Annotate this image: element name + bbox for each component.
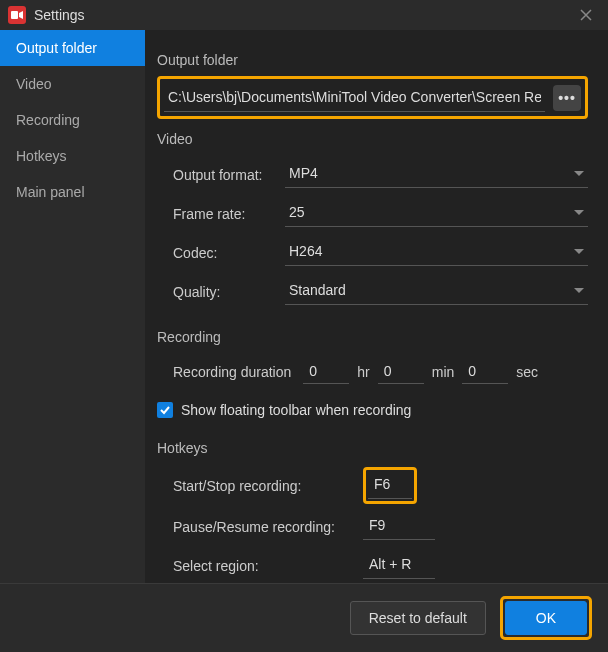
output-format-select[interactable]: MP4 (285, 161, 588, 188)
close-button[interactable] (572, 1, 600, 29)
quality-value: Standard (289, 282, 346, 298)
output-folder-input[interactable] (164, 83, 545, 112)
close-icon (580, 9, 592, 21)
sidebar-item-recording[interactable]: Recording (0, 102, 145, 138)
video-heading: Video (157, 131, 588, 147)
sidebar-item-hotkeys[interactable]: Hotkeys (0, 138, 145, 174)
hotkeys-heading: Hotkeys (157, 440, 588, 456)
window-title: Settings (34, 7, 572, 23)
content-pane: Output folder ••• Video Output format: M… (145, 30, 608, 583)
sidebar-item-output-folder[interactable]: Output folder (0, 30, 145, 66)
codec-label: Codec: (173, 245, 285, 261)
hotkey-pause-label: Pause/Resume recording: (173, 519, 363, 535)
codec-value: H264 (289, 243, 322, 259)
quality-select[interactable]: Standard (285, 278, 588, 305)
svg-rect-0 (11, 11, 18, 19)
floating-toolbar-label: Show floating toolbar when recording (181, 402, 411, 418)
chevron-down-icon (574, 171, 584, 176)
footer: Reset to default OK (0, 583, 608, 652)
chevron-down-icon (574, 249, 584, 254)
unit-sec: sec (516, 364, 538, 380)
frame-rate-value: 25 (289, 204, 305, 220)
browse-button[interactable]: ••• (553, 85, 581, 111)
output-folder-row: ••• (157, 76, 588, 119)
chevron-down-icon (574, 288, 584, 293)
sidebar-item-video[interactable]: Video (0, 66, 145, 102)
duration-sec-input[interactable] (462, 359, 508, 384)
hotkey-region-label: Select region: (173, 558, 363, 574)
output-format-label: Output format: (173, 167, 285, 183)
quality-label: Quality: (173, 284, 285, 300)
hotkey-pause-input[interactable]: F9 (363, 513, 435, 540)
unit-min: min (432, 364, 455, 380)
unit-hr: hr (357, 364, 369, 380)
recording-heading: Recording (157, 329, 588, 345)
output-format-value: MP4 (289, 165, 318, 181)
codec-select[interactable]: H264 (285, 239, 588, 266)
frame-rate-select[interactable]: 25 (285, 200, 588, 227)
hotkey-region-input[interactable]: Alt + R (363, 552, 435, 579)
titlebar: Settings (0, 0, 608, 30)
sidebar: Output folder Video Recording Hotkeys Ma… (0, 30, 145, 583)
ellipsis-icon: ••• (558, 90, 576, 106)
frame-rate-label: Frame rate: (173, 206, 285, 222)
app-icon (8, 6, 26, 24)
duration-hr-input[interactable] (303, 359, 349, 384)
hotkey-startstop-input[interactable]: F6 (368, 472, 412, 499)
chevron-down-icon (574, 210, 584, 215)
floating-toolbar-checkbox[interactable] (157, 402, 173, 418)
reset-button[interactable]: Reset to default (350, 601, 486, 635)
hotkey-startstop-label: Start/Stop recording: (173, 478, 363, 494)
ok-button[interactable]: OK (505, 601, 587, 635)
check-icon (159, 404, 171, 416)
recording-duration-label: Recording duration (173, 364, 291, 380)
output-folder-heading: Output folder (157, 52, 588, 68)
duration-min-input[interactable] (378, 359, 424, 384)
sidebar-item-main-panel[interactable]: Main panel (0, 174, 145, 210)
